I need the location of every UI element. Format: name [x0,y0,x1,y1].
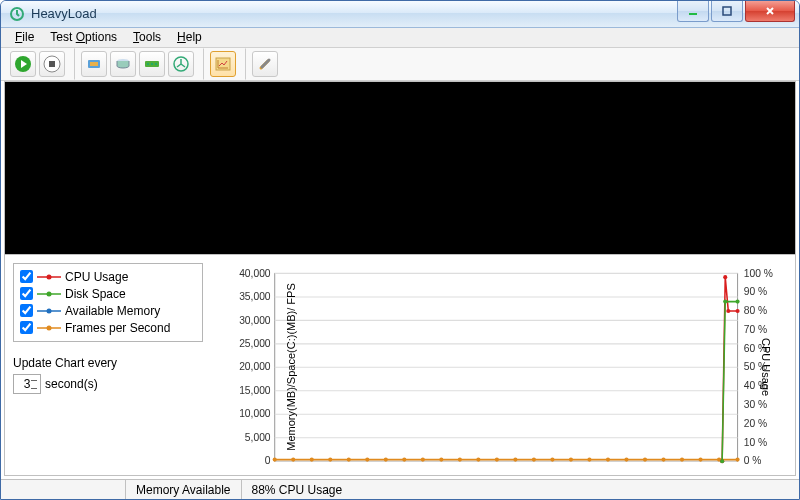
legend-marker-cpu [37,272,61,282]
svg-point-75 [661,457,665,461]
app-icon [9,6,25,22]
svg-point-62 [421,457,425,461]
stop-button[interactable] [39,51,65,77]
svg-point-56 [310,457,314,461]
chart-controls: CPU Usage Disk Space Available Memory [13,263,203,472]
chart-view-button[interactable] [210,51,236,77]
svg-point-64 [458,457,462,461]
svg-point-18 [47,291,52,296]
svg-point-58 [347,457,351,461]
svg-point-63 [439,457,443,461]
svg-rect-1 [689,13,697,15]
legend-marker-mem [37,306,61,316]
legend-item-mem[interactable]: Available Memory [20,304,196,318]
svg-text:80 %: 80 % [744,305,767,316]
svg-text:10 %: 10 % [744,436,767,447]
svg-text:5,000: 5,000 [245,431,271,442]
settings-button[interactable] [252,51,278,77]
legend-label: CPU Usage [65,270,128,284]
toolbar [1,48,799,81]
maximize-button[interactable] [711,0,743,22]
cpu-load-button[interactable] [81,51,107,77]
legend-check-disk[interactable] [20,287,33,300]
stress-display [5,82,795,254]
menu-tools[interactable]: Tools [125,28,169,46]
svg-point-83 [736,308,740,312]
legend-label: Disk Space [65,287,126,301]
svg-point-76 [680,457,684,461]
svg-point-84 [720,459,724,463]
treesize-button[interactable] [168,51,194,77]
svg-rect-10 [147,63,149,65]
svg-text:90 %: 90 % [744,286,767,297]
statusbar: Memory Available 88% CPU Usage [1,479,799,499]
chart-panel: CPU Usage Disk Space Available Memory [5,254,795,476]
legend-item-cpu[interactable]: CPU Usage [20,270,196,284]
legend-item-fps[interactable]: Frames per Second [20,321,196,335]
disk-load-button[interactable] [110,51,136,77]
svg-point-77 [698,457,702,461]
update-spinner[interactable]: 3 [13,374,41,394]
memory-load-button[interactable] [139,51,165,77]
minimize-button[interactable] [677,0,709,22]
legend-check-cpu[interactable] [20,270,33,283]
menu-test-options[interactable]: Test Options [42,28,125,46]
svg-point-57 [328,457,332,461]
legend-item-disk[interactable]: Disk Space [20,287,196,301]
svg-point-20 [47,308,52,313]
svg-point-66 [495,457,499,461]
legend-marker-disk [37,289,61,299]
svg-rect-2 [723,7,731,15]
chart-svg: 05,00010,00015,00020,00025,00030,00035,0… [213,263,789,472]
right-axis-label: CPU Usage [760,338,772,396]
legend-check-mem[interactable] [20,304,33,317]
menu-help[interactable]: Help [169,28,210,46]
svg-text:25,000: 25,000 [239,338,271,349]
status-cpu: 88% CPU Usage [241,480,353,499]
svg-point-61 [402,457,406,461]
titlebar: HeavyLoad [1,1,799,28]
svg-point-54 [273,457,277,461]
svg-point-70 [569,457,573,461]
client-area: CPU Usage Disk Space Available Memory [4,81,796,477]
svg-rect-11 [151,63,153,65]
window-controls [675,1,799,27]
legend: CPU Usage Disk Space Available Memory [13,263,203,342]
legend-check-fps[interactable] [20,321,33,334]
svg-point-68 [532,457,536,461]
svg-point-60 [384,457,388,461]
svg-point-72 [606,457,610,461]
svg-point-79 [736,457,740,461]
update-unit: second(s) [45,377,98,391]
svg-point-69 [550,457,554,461]
svg-text:0: 0 [265,455,271,466]
svg-text:0 %: 0 % [744,455,762,466]
svg-text:15,000: 15,000 [239,384,271,395]
svg-text:100 %: 100 % [744,267,773,278]
svg-text:20 %: 20 % [744,417,767,428]
svg-rect-12 [155,63,157,65]
svg-text:40,000: 40,000 [239,267,271,278]
svg-point-22 [47,325,52,330]
chart: Memory(MB)/Space(C:)(MB)/ FPS CPU Usage … [213,263,789,472]
svg-rect-5 [49,61,55,67]
menu-file[interactable]: FFileile [7,28,42,46]
legend-marker-fps [37,323,61,333]
svg-text:30 %: 30 % [744,399,767,410]
update-interval: Update Chart every 3 second(s) [13,356,203,394]
menubar: FFileile Test Options Tools Help [1,28,799,48]
svg-text:30,000: 30,000 [239,314,271,325]
svg-point-67 [513,457,517,461]
svg-text:35,000: 35,000 [239,291,271,302]
app-window: HeavyLoad FFileile Test Options Tools He… [0,0,800,500]
svg-rect-7 [90,62,98,66]
svg-point-74 [643,457,647,461]
start-button[interactable] [10,51,36,77]
close-button[interactable] [745,0,795,22]
legend-label: Frames per Second [65,321,170,335]
svg-point-86 [736,299,740,303]
svg-text:70 %: 70 % [744,323,767,334]
svg-point-16 [47,274,52,279]
svg-point-82 [726,308,730,312]
status-memory: Memory Available [125,480,241,499]
